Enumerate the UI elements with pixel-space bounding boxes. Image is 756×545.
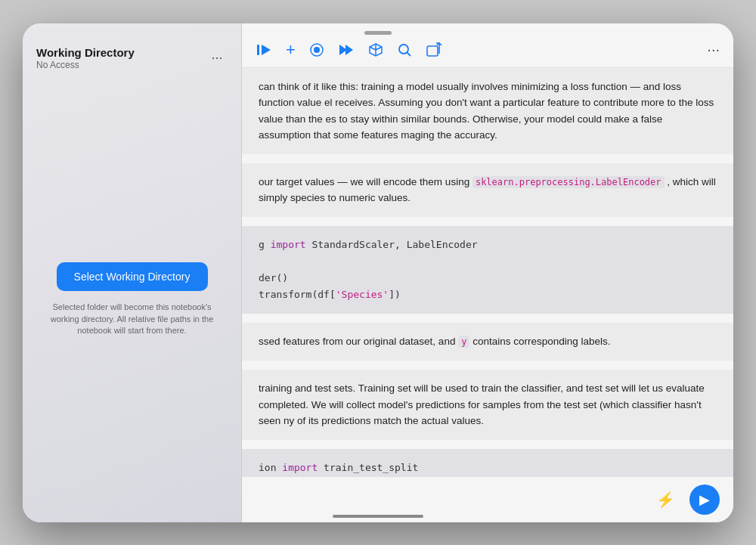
panel-subtitle: No Access bbox=[36, 60, 135, 70]
separator-2 bbox=[242, 217, 733, 226]
code-line-import: ion import train_test_split bbox=[259, 462, 418, 473]
bottom-bar: ⚡ ▶ bbox=[242, 476, 733, 522]
right-panel: + bbox=[242, 23, 733, 522]
record-icon[interactable] bbox=[309, 42, 324, 57]
play-icon: ▶ bbox=[699, 491, 710, 508]
svg-marker-5 bbox=[345, 45, 353, 55]
text-block-3-prefix: ssed features from our original dataset,… bbox=[259, 336, 458, 347]
code-line-2: der() bbox=[259, 272, 288, 283]
code-block-1: g import StandardScaler, LabelEncoder de… bbox=[242, 226, 733, 314]
code-block-2: ion import train_test_split l dataset to… bbox=[242, 449, 733, 476]
svg-rect-8 bbox=[427, 46, 438, 56]
text-block-3: ssed features from our original dataset,… bbox=[242, 323, 733, 361]
separator-4 bbox=[242, 361, 733, 370]
y-inline-code: y bbox=[458, 336, 469, 348]
bottom-bar-icons: ⚡ ▶ bbox=[652, 485, 720, 515]
toolbar-left: + bbox=[256, 40, 442, 60]
text-block-1: can think of it like this: training a mo… bbox=[242, 68, 733, 154]
select-working-directory-button[interactable]: Select Working Directory bbox=[57, 262, 208, 291]
code-line-3: transform(df['Species']) bbox=[259, 289, 401, 300]
toolbar: + bbox=[242, 23, 733, 68]
play-button[interactable]: ▶ bbox=[689, 485, 720, 515]
panel-more-button[interactable]: ··· bbox=[206, 48, 228, 69]
panel-title: Working Directory bbox=[36, 46, 135, 59]
panel-more-icon: ··· bbox=[211, 50, 222, 66]
lightning-icon: ⚡ bbox=[656, 491, 675, 509]
svg-marker-1 bbox=[262, 45, 271, 55]
panel-header: Working Directory No Access ··· bbox=[23, 23, 241, 78]
home-indicator bbox=[333, 515, 423, 518]
text-block-3-suffix: contains corresponding labels. bbox=[469, 336, 610, 347]
notebook-content[interactable]: can think of it like this: training a mo… bbox=[242, 68, 733, 476]
panel-content: Select Working Directory Selected folder… bbox=[23, 78, 241, 522]
separator-1 bbox=[242, 154, 733, 163]
panel-title-group: Working Directory No Access bbox=[36, 46, 135, 70]
text-block-4-content: training and test sets. Training set wil… bbox=[259, 382, 705, 426]
export-icon[interactable] bbox=[426, 42, 442, 58]
toolbar-more-button[interactable]: ··· bbox=[707, 41, 720, 58]
separator-3 bbox=[242, 314, 733, 323]
text-block-1-content: can think of it like this: training a mo… bbox=[259, 81, 714, 141]
add-icon[interactable]: + bbox=[286, 40, 296, 60]
text-block-2-prefix: our target values — we will encode them … bbox=[259, 176, 472, 187]
left-panel: Working Directory No Access ··· Select W… bbox=[23, 23, 242, 522]
separator-5 bbox=[242, 440, 733, 449]
lightning-button[interactable]: ⚡ bbox=[652, 486, 679, 513]
text-block-4: training and test sets. Training set wil… bbox=[242, 370, 733, 440]
code-line-1: g import StandardScaler, LabelEncoder bbox=[259, 239, 478, 250]
svg-point-6 bbox=[399, 45, 408, 54]
search-icon[interactable] bbox=[397, 42, 412, 57]
text-block-2: our target values — we will encode them … bbox=[242, 163, 733, 217]
select-dir-description: Selected folder will become this noteboo… bbox=[49, 302, 215, 336]
label-encoder-inline-code: sklearn.preprocessing.LabelEncoder bbox=[472, 176, 665, 188]
device-frame: Working Directory No Access ··· Select W… bbox=[23, 23, 733, 522]
package-icon[interactable] bbox=[368, 42, 383, 57]
svg-line-7 bbox=[407, 52, 411, 56]
play-pause-icon[interactable] bbox=[256, 42, 272, 58]
svg-point-3 bbox=[314, 47, 320, 53]
svg-rect-0 bbox=[257, 45, 259, 55]
drag-handle bbox=[364, 31, 392, 35]
skip-forward-icon[interactable] bbox=[338, 42, 355, 58]
